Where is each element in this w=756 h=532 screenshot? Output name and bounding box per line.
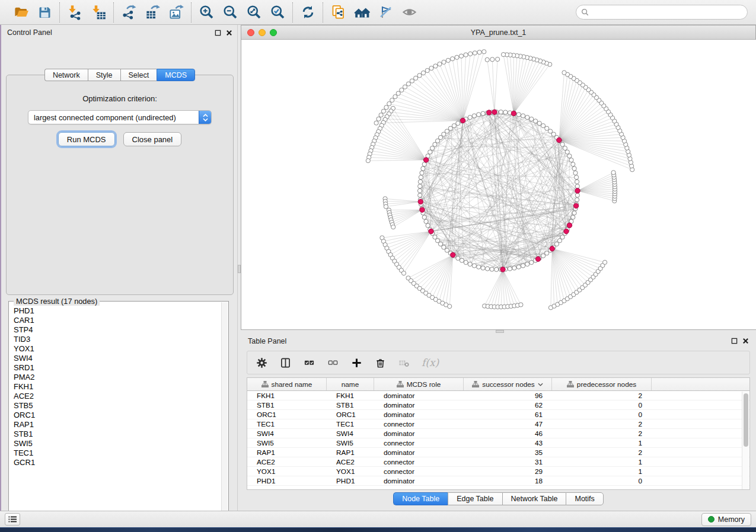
add-column-button[interactable] <box>350 357 362 368</box>
network-node[interactable] <box>468 52 473 56</box>
network-node[interactable] <box>477 113 481 117</box>
network-node[interactable] <box>503 110 508 114</box>
zoom-selected-button[interactable] <box>268 3 287 22</box>
network-node[interactable] <box>455 55 459 59</box>
network-node[interactable] <box>424 219 428 223</box>
network-node[interactable] <box>448 305 452 309</box>
network-node[interactable] <box>516 265 521 269</box>
flag-slash-button[interactable] <box>376 3 395 22</box>
network-node[interactable] <box>410 79 414 83</box>
network-node[interactable] <box>419 175 423 180</box>
tab-network[interactable]: Network <box>44 69 88 81</box>
network-node[interactable] <box>464 53 468 57</box>
network-node[interactable] <box>534 119 538 123</box>
network-node[interactable] <box>468 262 472 266</box>
network-node[interactable] <box>496 57 500 61</box>
network-node[interactable] <box>442 132 446 136</box>
mcds-node-item[interactable]: YOX1 <box>14 344 220 354</box>
network-node[interactable] <box>401 271 406 275</box>
network-node[interactable] <box>384 105 388 110</box>
network-node[interactable] <box>545 251 549 255</box>
network-node[interactable] <box>418 193 422 197</box>
network-node[interactable] <box>421 71 425 75</box>
network-node[interactable] <box>569 158 573 162</box>
mcds-node-item[interactable]: PHD1 <box>14 306 220 316</box>
mcds-hub-node[interactable] <box>429 229 433 233</box>
table-row[interactable]: SWI5SWI5connector431 <box>247 438 749 448</box>
network-node[interactable] <box>433 142 437 146</box>
network-node[interactable] <box>393 95 397 99</box>
network-node[interactable] <box>433 235 437 239</box>
network-node[interactable] <box>456 121 460 126</box>
save-session-button[interactable] <box>35 3 54 22</box>
network-node[interactable] <box>366 159 370 163</box>
table-row[interactable]: TEC1TEC1connector472 <box>247 419 749 429</box>
column-header-name[interactable]: name <box>327 378 374 390</box>
network-node[interactable] <box>473 51 477 55</box>
network-node[interactable] <box>529 260 534 264</box>
network-node[interactable] <box>516 113 521 117</box>
float-window-icon[interactable] <box>731 338 738 344</box>
network-node[interactable] <box>572 166 576 171</box>
network-window-titlebar[interactable]: YPA_prune.txt_1 <box>241 25 755 40</box>
optimization-criterion-dropdown[interactable]: largest connected component (undirected) <box>28 110 212 124</box>
mcds-hub-node[interactable] <box>567 223 572 227</box>
mcds-hub-node[interactable] <box>487 110 492 115</box>
mcds-hub-node[interactable] <box>418 199 423 204</box>
close-panel-icon[interactable] <box>742 338 749 344</box>
network-node[interactable] <box>521 114 525 118</box>
network-node[interactable] <box>571 215 575 219</box>
mcds-hub-node[interactable] <box>573 203 578 208</box>
tab-edge-table[interactable]: Edge Table <box>448 492 502 505</box>
mcds-node-item[interactable]: GCR1 <box>14 458 220 467</box>
tab-node-table[interactable]: Node Table <box>393 492 448 505</box>
network-node[interactable] <box>422 215 426 219</box>
network-node[interactable] <box>501 53 505 57</box>
delete-column-button[interactable] <box>374 357 386 368</box>
float-window-icon[interactable] <box>215 30 221 36</box>
network-node[interactable] <box>420 171 424 175</box>
tab-mcds[interactable]: MCDS <box>157 69 195 81</box>
network-node[interactable] <box>481 111 485 116</box>
network-node[interactable] <box>429 66 433 70</box>
network-node[interactable] <box>396 91 400 95</box>
network-node[interactable] <box>477 265 481 269</box>
network-node[interactable] <box>459 54 463 58</box>
network-node[interactable] <box>525 116 529 120</box>
refresh-view-button[interactable] <box>298 3 317 22</box>
mcds-node-item[interactable]: ORC1 <box>14 411 220 420</box>
network-node[interactable] <box>521 264 525 268</box>
network-node[interactable] <box>575 175 579 180</box>
zoom-fit-button[interactable] <box>244 3 263 22</box>
tab-motifs[interactable]: Motifs <box>566 492 603 505</box>
network-node[interactable] <box>381 109 385 113</box>
import-network-button[interactable] <box>65 3 84 22</box>
network-node[interactable] <box>573 171 578 175</box>
zoom-in-button[interactable] <box>197 3 216 22</box>
table-row[interactable]: ACE2ACE2connector311 <box>247 457 749 467</box>
network-node[interactable] <box>452 124 456 128</box>
network-node[interactable] <box>377 117 381 121</box>
network-node[interactable] <box>575 184 579 188</box>
mcds-hub-node[interactable] <box>423 158 428 162</box>
network-node[interactable] <box>374 121 378 125</box>
network-node[interactable] <box>460 258 464 262</box>
mcds-hub-node[interactable] <box>511 111 516 116</box>
network-node[interactable] <box>490 267 494 271</box>
divider-handle[interactable] <box>496 330 504 333</box>
network-node[interactable] <box>481 266 485 270</box>
network-node[interactable] <box>414 76 418 80</box>
mcds-hub-node[interactable] <box>420 207 425 212</box>
network-node[interactable] <box>571 162 575 166</box>
network-node[interactable] <box>560 142 564 146</box>
network-node[interactable] <box>406 82 410 86</box>
network-node[interactable] <box>435 139 439 143</box>
network-node[interactable] <box>442 60 446 64</box>
close-panel-icon[interactable] <box>226 30 232 36</box>
table-row[interactable]: STB1STB1dominator620 <box>247 400 749 410</box>
network-node[interactable] <box>519 303 523 307</box>
network-node[interactable] <box>445 248 449 252</box>
network-node[interactable] <box>426 223 430 227</box>
network-node[interactable] <box>537 121 541 126</box>
network-node[interactable] <box>418 180 422 184</box>
